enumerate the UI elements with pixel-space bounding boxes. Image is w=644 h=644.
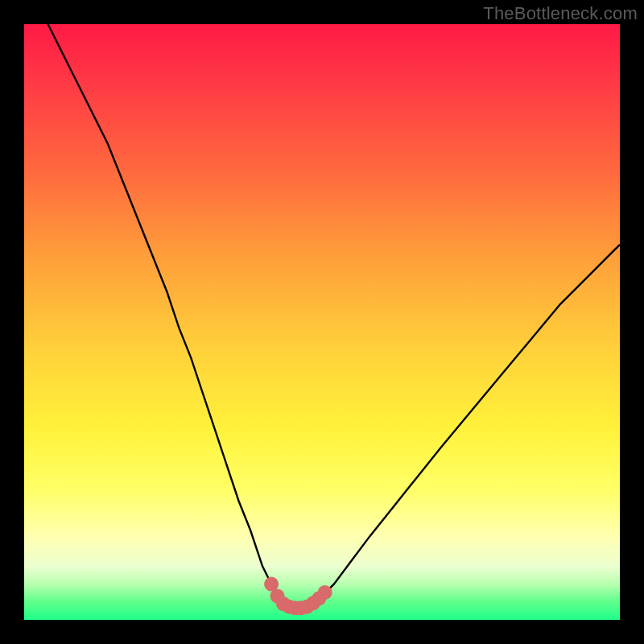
plot-area	[24, 24, 620, 620]
curve-markers	[264, 577, 332, 616]
watermark-text: TheBottleneck.com	[483, 3, 638, 24]
chart-svg	[24, 24, 620, 620]
outer-frame: TheBottleneck.com	[0, 0, 644, 644]
curve-marker	[318, 585, 332, 600]
bottleneck-curve	[48, 24, 620, 608]
